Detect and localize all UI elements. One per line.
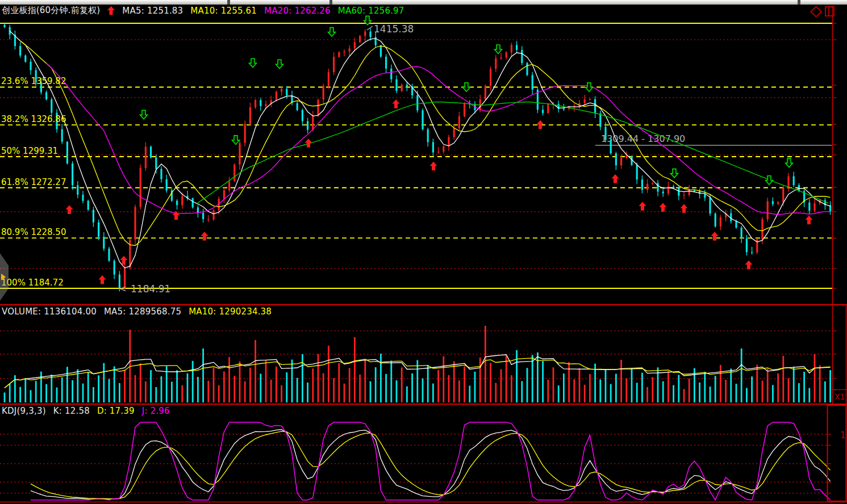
ma20-value: MA20: 1262.26 — [264, 6, 331, 16]
volume-ma5-value: MA5: 1289568.75 — [104, 306, 181, 317]
trading-app-window: 1309.44 - 1307.9023.6% 1359.8238.2% 1326… — [0, 0, 847, 504]
svg-text:1: 1 — [840, 430, 846, 440]
diamond-icon[interactable] — [810, 5, 822, 17]
kdj-k-value: K: 12.58 — [53, 406, 90, 416]
up-arrow-icon — [107, 6, 115, 15]
kdj-d-value: D: 17.39 — [97, 406, 135, 416]
volume-header: VOLUME: 1136104.00 MA5: 1289568.75 MA10:… — [2, 306, 272, 317]
kdj-header: KDJ(9,3,3) K: 12.58 D: 17.39 J: 2.96 — [2, 406, 170, 416]
instrument-title: 创业板指(60分钟.前复权) — [2, 5, 100, 16]
ma10-value: MA10: 1255.61 — [190, 6, 257, 16]
volume-chart-area[interactable] — [0, 305, 832, 404]
main-chart-area[interactable] — [0, 5, 832, 305]
svg-text:X1: X1 — [835, 392, 845, 401]
corner-icon-group — [812, 6, 835, 16]
kdj-chart-area[interactable] — [0, 405, 832, 502]
ma60-value: MA60: 1256.97 — [338, 6, 404, 16]
kdj-name: KDJ(9,3,3) — [2, 406, 46, 416]
main-chart-header: 创业板指(60分钟.前复权) MA5: 1251.83 MA10: 1255.6… — [2, 5, 404, 16]
split-window-icon[interactable] — [825, 6, 835, 16]
volume-ma10-value: MA10: 1290234.38 — [189, 306, 272, 317]
expand-arrow-icon — [1, 274, 6, 280]
kdj-j-value: J: 2.96 — [142, 406, 170, 416]
ma5-value: MA5: 1251.83 — [122, 6, 183, 16]
chart-canvas[interactable]: 1309.44 - 1307.9023.6% 1359.8238.2% 1326… — [0, 0, 847, 504]
volume-value: VOLUME: 1136104.00 — [2, 306, 97, 317]
